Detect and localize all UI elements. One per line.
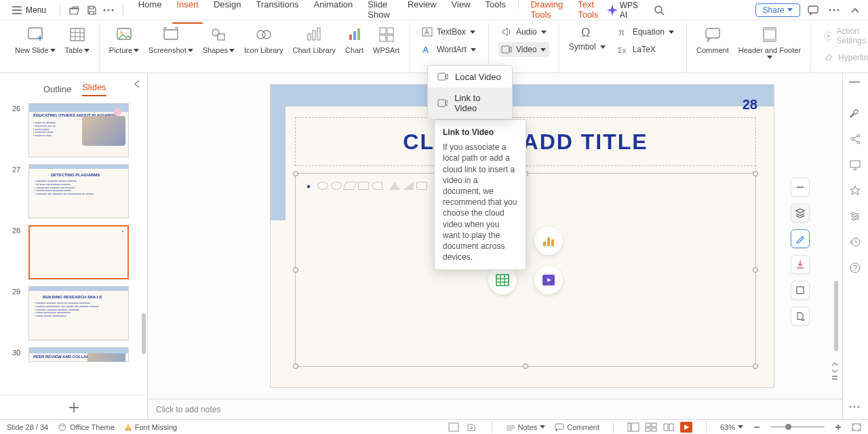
settings-tool[interactable] xyxy=(849,210,863,224)
scroll-up-icon[interactable] xyxy=(830,361,840,368)
resize-handle[interactable] xyxy=(293,363,298,369)
chart-library-button[interactable]: Chart Library xyxy=(293,24,336,54)
textbox-button[interactable]: A TextBox xyxy=(419,24,479,39)
zoom-slider-knob[interactable] xyxy=(785,424,791,430)
collapse-ribbon-button[interactable] xyxy=(847,2,863,18)
fit-button[interactable] xyxy=(852,423,861,431)
thumbnail-row[interactable]: 28 • xyxy=(12,225,139,279)
theme-indicator[interactable]: Office Theme xyxy=(58,422,115,432)
scroll-down-icon[interactable] xyxy=(830,368,840,374)
symbol-button[interactable]: Symbol xyxy=(569,42,606,52)
font-warning[interactable]: Font Missing xyxy=(124,423,177,431)
canvas-vertical-scrollbar[interactable] xyxy=(833,77,840,381)
comment-toggle[interactable]: Comment xyxy=(555,423,599,431)
thumbnail-26[interactable]: EDUCATING OTHERS ABOUT PLAGIARISM • xxxx… xyxy=(28,103,129,157)
history-tool[interactable] xyxy=(849,236,863,250)
header-footer-button[interactable]: Header and Footer xyxy=(738,24,801,59)
thumbnail-row[interactable]: 30 PEER REVIEW AND COLLABORATION xyxy=(12,347,139,362)
tab-insert[interactable]: Insert xyxy=(172,0,203,24)
scrollbar-thumb[interactable] xyxy=(834,281,838,351)
app-menu-button[interactable]: Menu xyxy=(5,4,53,16)
thumbnail-list[interactable]: 26 EDUCATING OTHERS ABOUT PLAGIARISM • x… xyxy=(0,99,147,395)
thumbnail-row[interactable]: 27 DETECTING PLAGIARMS • xxxxxxxx xxxxxx… xyxy=(12,164,139,218)
wps-ai-button[interactable]: WPS AI xyxy=(607,1,646,20)
add-slide-button[interactable] xyxy=(0,395,147,419)
pen-tool[interactable] xyxy=(791,229,810,248)
export-icon[interactable] xyxy=(466,422,478,432)
outline-tab[interactable]: Outline xyxy=(43,84,71,94)
search-button[interactable] xyxy=(652,2,667,18)
download-tool[interactable] xyxy=(791,255,810,274)
table-button[interactable]: Table xyxy=(65,24,90,54)
zoom-in-button[interactable] xyxy=(834,423,842,431)
present-tool[interactable] xyxy=(849,159,863,172)
slides-tab[interactable]: Slides xyxy=(82,82,106,96)
overflow-button[interactable] xyxy=(826,2,842,18)
save-button[interactable] xyxy=(84,2,98,18)
tab-design[interactable]: Design xyxy=(210,0,245,24)
resize-handle[interactable] xyxy=(293,267,298,273)
more-quick-access[interactable] xyxy=(102,2,116,18)
screenshot-button[interactable]: Screenshot xyxy=(149,24,193,54)
assets-tool[interactable] xyxy=(849,107,863,121)
insert-media-placeholder[interactable] xyxy=(534,266,563,294)
audio-button[interactable]: Audio xyxy=(498,24,549,39)
thumbnail-29[interactable]: BUILDING RESEARCH SKILLS • xxxxxxx xxxxx… xyxy=(28,286,129,340)
link-to-video-item[interactable]: Link to Video xyxy=(428,87,512,119)
tab-transitions[interactable]: Transitions xyxy=(252,0,302,24)
tab-animation[interactable]: Animation xyxy=(309,0,357,24)
scroll-menu-icon[interactable] xyxy=(830,374,840,381)
picture-button[interactable]: Picture xyxy=(109,24,139,54)
notes-toggle[interactable]: Notes xyxy=(506,423,546,431)
zoom-readout[interactable]: 63% xyxy=(720,423,743,431)
shapes-button[interactable]: Shapes xyxy=(203,24,235,54)
resize-handle[interactable] xyxy=(753,171,758,176)
video-button[interactable]: Video xyxy=(498,42,549,57)
tab-view[interactable]: View xyxy=(448,0,475,24)
resize-handle[interactable] xyxy=(753,267,758,273)
grid-icon[interactable] xyxy=(448,422,460,432)
thumbnail-row[interactable]: 26 EDUCATING OTHERS ABOUT PLAGIARISM • x… xyxy=(12,103,139,157)
resize-handle[interactable] xyxy=(293,171,298,176)
more-tools[interactable] xyxy=(849,406,863,419)
zoom-slider[interactable] xyxy=(770,426,825,428)
tab-drawing-tools[interactable]: Drawing Tools xyxy=(526,0,567,24)
thumbnail-28[interactable]: • xyxy=(28,225,129,279)
sorter-view-button[interactable] xyxy=(645,422,657,432)
zoom-out-tool[interactable] xyxy=(791,178,810,197)
resize-handle[interactable] xyxy=(523,363,528,369)
reading-view-button[interactable] xyxy=(663,422,675,432)
thumbnail-27[interactable]: DETECTING PLAGIARMS • xxxxxxxx xxxxxxx x… xyxy=(28,164,129,218)
wordart-button[interactable]: A WordArt xyxy=(419,42,479,57)
local-video-item[interactable]: Local Video xyxy=(428,66,512,87)
thumbnail-row[interactable]: 29 BUILDING RESEARCH SKILLS • xxxxxxx xx… xyxy=(12,286,139,340)
open-button[interactable] xyxy=(67,2,81,18)
insert-chart-placeholder[interactable] xyxy=(534,226,563,255)
collapse-panel-button[interactable] xyxy=(134,80,140,88)
wpsart-button[interactable]: WPSArt xyxy=(373,24,399,54)
new-slide-button[interactable]: New Slide xyxy=(15,24,56,54)
crop-tool[interactable] xyxy=(791,281,810,300)
favorite-tool[interactable] xyxy=(849,184,863,198)
share-tool[interactable] xyxy=(849,133,863,146)
tab-review[interactable]: Review xyxy=(403,0,441,24)
insert-table-placeholder[interactable] xyxy=(488,266,517,294)
transfer-tool[interactable] xyxy=(791,307,810,326)
tab-tools[interactable]: Tools xyxy=(481,0,510,24)
collapse-right-icon[interactable] xyxy=(849,81,863,95)
layers-tool[interactable] xyxy=(791,203,810,222)
tab-text-tools[interactable]: Text Tools xyxy=(574,0,604,24)
slideshow-button[interactable] xyxy=(680,422,692,433)
tab-slideshow[interactable]: Slide Show xyxy=(363,0,397,24)
thumbnail-scrollbar[interactable] xyxy=(142,313,146,354)
thumbnail-30[interactable]: PEER REVIEW AND COLLABORATION xyxy=(28,347,129,362)
zoom-out-button[interactable] xyxy=(753,423,761,431)
equation-button[interactable]: π Equation xyxy=(615,24,677,39)
resize-handle[interactable] xyxy=(753,363,758,369)
notes-pane[interactable]: Click to add notes xyxy=(148,399,842,419)
tab-home[interactable]: Home xyxy=(134,0,166,24)
normal-view-button[interactable] xyxy=(627,422,639,432)
icon-library-button[interactable]: Icon Library xyxy=(244,24,283,54)
share-button[interactable]: Share xyxy=(755,3,800,17)
comment-button[interactable]: Comment xyxy=(696,24,729,54)
